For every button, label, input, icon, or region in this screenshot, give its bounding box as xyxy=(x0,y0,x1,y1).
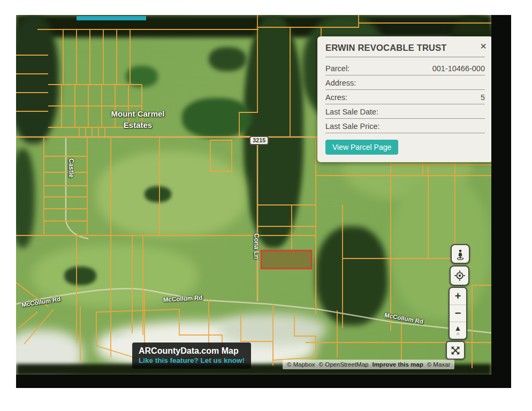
road-label-castle: Castle xyxy=(67,158,75,178)
feedback-link[interactable]: Like this feature? Let us know! xyxy=(139,356,245,365)
zoom-out-button[interactable]: − xyxy=(450,305,466,322)
place-label-line2: Estates xyxy=(91,119,185,131)
scanned-screenshot-area: Mount Carmel Estates 3215 Castle Cona Ln… xyxy=(16,15,511,388)
map-canvas[interactable]: Mount Carmel Estates 3215 Castle Cona Ln… xyxy=(16,15,491,375)
parcel-info-card: × ERWIN REVOCABLE TRUST Parcel: 001-1046… xyxy=(317,36,491,162)
acres-value: 5 xyxy=(481,93,485,102)
acres-label: Acres: xyxy=(325,93,347,102)
last-sale-date-label: Last Sale Date: xyxy=(325,108,378,116)
last-sale-price-label: Last Sale Price: xyxy=(325,122,380,131)
acres-row: Acres: 5 xyxy=(325,90,485,104)
parcel-row: Parcel: 001-10466-000 xyxy=(325,61,485,75)
pitch-ghost-icon: ▲ xyxy=(455,331,461,336)
place-label-line1: Mount Carmel xyxy=(91,108,185,119)
top-teal-bar xyxy=(77,16,146,20)
fullscreen-button[interactable] xyxy=(446,341,465,360)
locate-target-icon xyxy=(454,270,466,281)
road-label-cona-ln: Cona Ln xyxy=(253,233,260,259)
parcel-value: 001-10466-000 xyxy=(432,64,485,73)
last-sale-price-row: Last Sale Price: xyxy=(325,119,485,133)
attribution-maxar[interactable]: © Maxar xyxy=(427,361,451,368)
parcel-owner-title: ERWIN REVOCABLE TRUST xyxy=(325,43,485,57)
arcountydata-badge: ARCountyData.com Map Like this feature? … xyxy=(132,342,251,369)
view-parcel-page-button[interactable]: View Parcel Page xyxy=(325,140,398,155)
last-sale-date-row: Last Sale Date: xyxy=(325,104,485,119)
improve-this-map-link[interactable]: Improve this map xyxy=(372,361,423,368)
close-icon[interactable]: × xyxy=(480,41,487,51)
attribution-osm[interactable]: © OpenStreetMap xyxy=(319,361,369,368)
route-shield-3215: 3215 xyxy=(249,136,269,145)
address-row: Address: xyxy=(325,75,485,90)
map-attribution: © Mapbox © OpenStreetMap Improve this ma… xyxy=(283,360,454,369)
street-view-button[interactable] xyxy=(451,244,470,264)
locate-button[interactable] xyxy=(450,265,469,286)
badge-title: ARCountyData.com Map xyxy=(139,346,245,356)
attribution-mapbox[interactable]: © Mapbox xyxy=(287,361,315,368)
pitch-toggle-button[interactable]: ▲ ▲ xyxy=(450,322,466,339)
fullscreen-expand-icon xyxy=(450,345,461,356)
address-label: Address: xyxy=(325,79,356,87)
place-label-mount-carmel-estates: Mount Carmel Estates xyxy=(91,108,185,131)
parcel-label: Parcel: xyxy=(325,64,349,73)
zoom-in-button[interactable]: + xyxy=(450,288,466,305)
selected-parcel[interactable] xyxy=(261,250,311,269)
pegman-icon xyxy=(454,248,466,260)
zoom-control-group: + − ▲ ▲ xyxy=(449,287,467,340)
